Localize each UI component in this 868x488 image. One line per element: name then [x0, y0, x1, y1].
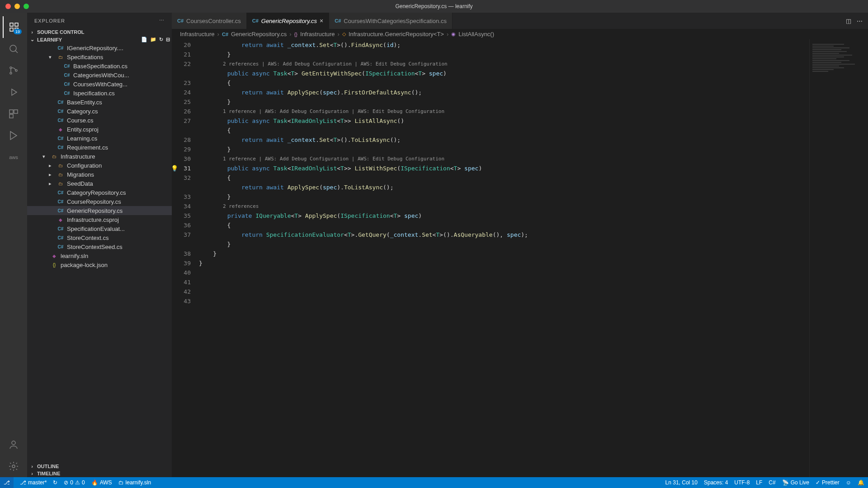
- eol-status[interactable]: LF: [756, 479, 762, 486]
- sidebar-more-icon[interactable]: ⋯: [159, 18, 165, 23]
- collapse-icon[interactable]: ⊟: [166, 37, 170, 42]
- tree-item[interactable]: C#SpecificationEvaluat...: [27, 224, 172, 233]
- breadcrumb-item[interactable]: GenericRepository.cs: [231, 31, 287, 38]
- editor-tab[interactable]: C#CoursesWithCategoriesSpecification.cs: [329, 13, 453, 29]
- tree-item-label: CourseRepository.cs: [67, 198, 121, 205]
- tree-item[interactable]: C#BaseSpecification.cs: [27, 61, 172, 70]
- cs-icon: C#: [57, 144, 64, 151]
- cursor-position[interactable]: Ln 31, Col 10: [665, 479, 698, 486]
- tab-more-icon[interactable]: ⋯: [857, 18, 863, 24]
- csharp-icon: C#: [252, 18, 259, 23]
- scm-activity[interactable]: [3, 60, 24, 81]
- folder-icon: 🗀: [57, 171, 64, 178]
- tree-item-label: Infrastructure.csproj: [67, 216, 119, 223]
- editor-tab[interactable]: C#GenericRepository.cs×: [247, 13, 330, 29]
- project-section[interactable]: ⌄ LEARNIFY 📄 📁 ↻ ⊟: [27, 36, 172, 43]
- encoding-status[interactable]: UTF-8: [734, 479, 750, 486]
- sync-status[interactable]: ↻: [53, 479, 57, 486]
- error-icon: ⊘: [64, 479, 68, 486]
- tree-item[interactable]: C#Learning.cs: [27, 134, 172, 143]
- code-content[interactable]: return await _context.Set<T>().FindAsync…: [199, 39, 809, 477]
- minimap[interactable]: [809, 39, 868, 477]
- tree-item[interactable]: ◆learnify.sln: [27, 251, 172, 260]
- debug-activity[interactable]: [3, 81, 24, 103]
- cs-icon: C#: [63, 80, 71, 88]
- editor-area: C#CoursesController.csC#GenericRepositor…: [172, 13, 868, 477]
- sync-icon: ↻: [53, 479, 57, 486]
- settings-activity[interactable]: [3, 455, 24, 477]
- outline-section[interactable]: › OUTLINE: [27, 463, 172, 470]
- account-activity[interactable]: [3, 434, 24, 455]
- close-tab-icon[interactable]: ×: [320, 17, 323, 24]
- breadcrumb-icon: {}: [294, 32, 297, 37]
- tree-item[interactable]: C#GenericRepository.cs: [27, 206, 172, 215]
- cs-icon: C#: [57, 117, 64, 124]
- tree-item-label: CategoriesWithCou...: [73, 72, 129, 79]
- tree-item[interactable]: ▸🗀SeedData: [27, 179, 172, 188]
- tree-item[interactable]: ▸🗀Configuration: [27, 161, 172, 170]
- tree-item-label: Entity.csproj: [67, 126, 99, 133]
- tree-item[interactable]: C#IGenericRepository....: [27, 43, 172, 52]
- extensions-activity[interactable]: [3, 103, 24, 125]
- cs-icon: C#: [63, 62, 71, 70]
- golive-status[interactable]: 📡 Go Live: [782, 479, 809, 486]
- breadcrumb-sep: ›: [338, 31, 340, 38]
- prettier-status[interactable]: ✓ Prettier: [816, 479, 840, 486]
- tree-item[interactable]: C#StoreContext.cs: [27, 233, 172, 242]
- run-activity[interactable]: [3, 125, 24, 146]
- source-control-section[interactable]: › SOURCE CONTROL: [27, 28, 172, 36]
- cs-icon: C#: [57, 135, 64, 142]
- tree-item[interactable]: C#Course.cs: [27, 116, 172, 125]
- tree-item-label: StoreContextSeed.cs: [67, 244, 123, 250]
- editor-tab[interactable]: C#CoursesController.cs: [172, 13, 247, 29]
- tree-item[interactable]: ◆Infrastructure.csproj: [27, 215, 172, 224]
- tree-item[interactable]: ▾🗀Specifications: [27, 52, 172, 61]
- maximize-window-button[interactable]: [24, 4, 29, 9]
- aws-status[interactable]: 🔥 AWS: [91, 479, 112, 486]
- tree-item[interactable]: C#BaseEntity.cs: [27, 98, 172, 107]
- minimize-window-button[interactable]: [14, 4, 20, 9]
- explorer-activity[interactable]: 19: [3, 16, 24, 38]
- tree-item[interactable]: C#CategoriesWithCou...: [27, 70, 172, 80]
- breadcrumb-item[interactable]: ListAllAsync(): [458, 31, 494, 38]
- feedback-icon[interactable]: ☺: [846, 479, 851, 486]
- tree-item[interactable]: {}package-lock.json: [27, 260, 172, 269]
- tree-item[interactable]: C#Requirement.cs: [27, 143, 172, 152]
- check-icon: ✓: [816, 479, 820, 486]
- tree-item[interactable]: C#CoursesWithCateg...: [27, 80, 172, 89]
- timeline-section[interactable]: › TIMELINE: [27, 470, 172, 477]
- breadcrumb-item[interactable]: Infrastructure.GenericRepository<T>: [349, 31, 444, 38]
- file-tree: C#IGenericRepository....▾🗀Specifications…: [27, 43, 172, 463]
- search-activity[interactable]: [3, 38, 24, 60]
- tree-item[interactable]: C#CourseRepository.cs: [27, 197, 172, 206]
- indentation-status[interactable]: Spaces: 4: [704, 479, 728, 486]
- tree-item[interactable]: C#Category.cs: [27, 107, 172, 116]
- breadcrumbs[interactable]: Infrastructure›C#GenericRepository.cs›{}…: [172, 29, 868, 39]
- tree-item[interactable]: C#CategoryRepository.cs: [27, 188, 172, 197]
- remote-indicator[interactable]: ⎇: [0, 477, 14, 488]
- aws-activity[interactable]: aws: [3, 146, 24, 168]
- breadcrumb-item[interactable]: Infrastructure: [180, 31, 215, 38]
- cs-icon: C#: [57, 44, 64, 52]
- tree-item[interactable]: ▸🗀Migrations: [27, 170, 172, 179]
- language-status[interactable]: C#: [769, 479, 775, 486]
- tree-item-label: Requirement.cs: [67, 144, 108, 151]
- tree-item[interactable]: C#Ispecification.cs: [27, 89, 172, 98]
- tree-item-label: Ispecification.cs: [73, 90, 115, 97]
- branch-status[interactable]: ⎇ master*: [20, 479, 47, 486]
- breadcrumb-icon: C#: [222, 32, 228, 37]
- new-file-icon[interactable]: 📄: [141, 37, 147, 42]
- problems-status[interactable]: ⊘ 0 ⚠ 0: [64, 479, 85, 486]
- solution-status[interactable]: 🗀 learnify.sln: [118, 479, 151, 486]
- tree-item[interactable]: ◆Entity.csproj: [27, 125, 172, 134]
- new-folder-icon[interactable]: 📁: [150, 37, 156, 42]
- close-window-button[interactable]: [5, 4, 11, 9]
- bell-icon[interactable]: 🔔: [858, 479, 864, 486]
- folder-icon: 🗀: [57, 162, 64, 169]
- refresh-icon[interactable]: ↻: [159, 37, 163, 42]
- split-editor-icon[interactable]: ◫: [846, 18, 851, 24]
- breadcrumb-item[interactable]: Infrastructure: [300, 31, 335, 38]
- tree-item[interactable]: ▾🗀Infrastructure: [27, 152, 172, 161]
- tree-item[interactable]: C#StoreContextSeed.cs: [27, 242, 172, 251]
- csproj-icon: ◆: [57, 126, 64, 133]
